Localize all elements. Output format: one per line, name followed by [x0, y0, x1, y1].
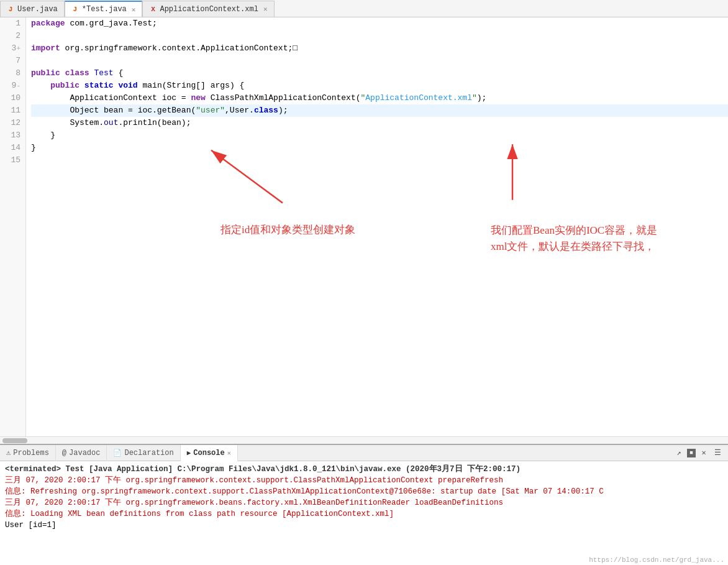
console-icon: ▶: [187, 449, 191, 457]
line-num-8: 8: [0, 67, 25, 80]
h-scroll-thumb[interactable]: [2, 438, 27, 443]
line-num-9: 9-: [0, 80, 25, 92]
declaration-icon: 📄: [113, 449, 122, 457]
xml-file-icon: X: [149, 6, 157, 13]
line-num-1: 1: [0, 17, 25, 30]
code-line-1: package com.grd_java.Test;: [31, 17, 728, 30]
console-close-icon: ✕: [227, 449, 231, 457]
tab-close-button[interactable]: ✕: [132, 6, 136, 14]
code-line-12: System.out.println(bean);: [31, 117, 728, 129]
tab-label-3: ApplicationContext.xml: [160, 5, 258, 14]
tab-user-java[interactable]: J User.java: [0, 1, 65, 17]
annotation-2-text: 我们配置Bean实例的IOC容器，就是xml文件，默认是在类路径下寻找，: [491, 223, 657, 254]
editor-area: 1 2 3+ 7 8 9- 10 11 12 13 14 15 package …: [0, 17, 728, 436]
console-line-3: 三月 07, 2020 2:00:17 下午 org.springframewo…: [5, 497, 723, 508]
tab-label: User.java: [17, 5, 58, 14]
java-file-icon: J: [7, 6, 14, 13]
tab-label-2: *Test.java: [82, 5, 127, 14]
tab-problems-label: Problems: [13, 449, 49, 457]
remove-btn[interactable]: ✕: [698, 448, 709, 459]
line-num-13: 13: [0, 129, 25, 142]
open-in-new-btn[interactable]: ↗: [673, 448, 685, 459]
code-line-11: Object bean = ioc.getBean("user",User.cl…: [31, 104, 728, 117]
stop-btn[interactable]: ■: [687, 449, 696, 457]
line-num-3: 3+: [0, 42, 25, 55]
watermark: https://blog.csdn.net/grd_java...: [589, 556, 724, 564]
tab-javadoc-label: Javadoc: [69, 449, 100, 457]
code-line-7: [31, 55, 728, 67]
tab-console[interactable]: ▶ Console ✕: [181, 445, 238, 461]
console-line-2: 信息: Refreshing org.springframework.conte…: [5, 486, 723, 497]
code-line-10: ApplicationContext ioc = new ClassPathXm…: [31, 92, 728, 104]
console-line-5: User [id=1]: [5, 520, 723, 531]
menu-btn[interactable]: ☰: [712, 448, 723, 459]
tab-console-label: Console: [193, 449, 224, 457]
console-content: <terminated> Test [Java Application] C:\…: [0, 461, 728, 565]
code-line-2: [31, 30, 728, 42]
tab-javadoc[interactable]: @ Javadoc: [56, 445, 107, 461]
tab-declaration-label: Declaration: [124, 449, 173, 457]
line-num-15: 15: [0, 154, 25, 167]
code-line-9: public static void main(String[] args) {: [31, 80, 728, 92]
tab-close-button-2[interactable]: ✕: [263, 5, 268, 13]
bottom-panel: ⚠ Problems @ Javadoc 📄 Declaration ▶ Con…: [0, 444, 728, 565]
tab-problems[interactable]: ⚠ Problems: [0, 445, 56, 461]
line-num-2: 2: [0, 30, 25, 42]
tab-app-xml[interactable]: X ApplicationContext.xml ✕: [142, 1, 274, 17]
console-line-1: 三月 07, 2020 2:00:17 下午 org.springframewo…: [5, 475, 723, 486]
console-line-4: 信息: Loading XML bean definitions from cl…: [5, 508, 723, 520]
code-line-15: [31, 154, 728, 167]
line-num-11: 11: [0, 104, 25, 117]
code-line-8: public class Test {: [31, 67, 728, 80]
line-num-12: 12: [0, 117, 25, 129]
h-scrollbar[interactable]: [0, 436, 728, 444]
annotation-1-text: 指定id值和对象类型创建对象: [221, 223, 355, 237]
line-num-10: 10: [0, 92, 25, 104]
bottom-actions: ↗ ■ ✕ ☰: [673, 448, 728, 459]
line-num-14: 14: [0, 142, 25, 154]
java-file-icon-2: J: [71, 6, 79, 13]
tab-declaration[interactable]: 📄 Declaration: [107, 445, 180, 461]
line-numbers: 1 2 3+ 7 8 9- 10 11 12 13 14 15: [0, 17, 26, 436]
line-num-7: 7: [0, 55, 25, 67]
code-line-13: }: [31, 129, 728, 142]
problems-icon: ⚠: [6, 448, 11, 457]
tab-bar: J User.java J *Test.java ✕ X Application…: [0, 0, 728, 17]
bottom-tab-bar: ⚠ Problems @ Javadoc 📄 Declaration ▶ Con…: [0, 445, 728, 461]
code-line-3: import org.springframework.context.Appli…: [31, 42, 728, 55]
tab-test-java[interactable]: J *Test.java ✕: [65, 1, 143, 17]
console-line-0: <terminated> Test [Java Application] C:\…: [5, 464, 723, 475]
code-line-14: }: [31, 142, 728, 154]
javadoc-icon: @: [62, 449, 66, 457]
